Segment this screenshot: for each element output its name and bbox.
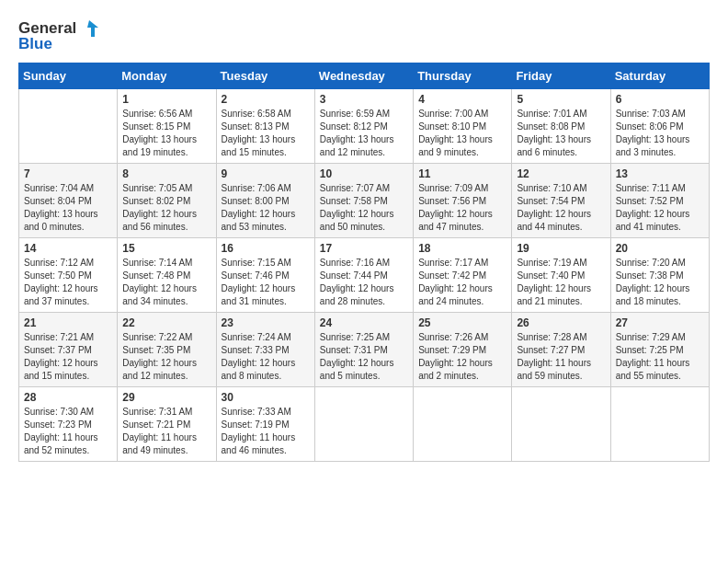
day-header-thursday: Thursday [414,63,512,89]
week-row-1: 1Sunrise: 6:56 AM Sunset: 8:15 PM Daylig… [19,89,710,164]
logo-container: General Blue [18,18,98,53]
logo-blue: Blue [18,35,52,53]
day-number: 27 [616,316,704,329]
day-number: 18 [418,242,506,255]
day-info: Sunrise: 7:21 AM Sunset: 7:37 PM Dayligh… [24,331,112,383]
day-info: Sunrise: 6:56 AM Sunset: 8:15 PM Dayligh… [122,108,210,159]
day-number: 25 [418,316,506,329]
day-cell: 3Sunrise: 6:59 AM Sunset: 8:12 PM Daylig… [314,89,413,164]
day-number: 16 [222,242,310,255]
day-info: Sunrise: 7:28 AM Sunset: 7:27 PM Dayligh… [517,331,605,383]
day-number: 29 [122,391,210,404]
day-info: Sunrise: 7:26 AM Sunset: 7:29 PM Dayligh… [418,331,506,383]
day-number: 2 [222,93,310,106]
day-cell: 22Sunrise: 7:22 AM Sunset: 7:35 PM Dayli… [118,313,216,387]
day-cell: 14Sunrise: 7:12 AM Sunset: 7:50 PM Dayli… [19,238,118,313]
day-number: 8 [122,167,210,180]
day-number: 1 [122,93,210,106]
day-cell: 19Sunrise: 7:19 AM Sunset: 7:40 PM Dayli… [512,238,610,313]
day-number: 24 [320,316,408,329]
day-info: Sunrise: 6:58 AM Sunset: 8:13 PM Dayligh… [222,108,310,159]
day-info: Sunrise: 7:12 AM Sunset: 7:50 PM Dayligh… [24,257,112,308]
day-number: 11 [418,167,506,180]
calendar: SundayMondayTuesdayWednesdayThursdayFrid… [18,63,710,462]
day-number: 5 [517,93,605,106]
day-number: 13 [616,167,704,180]
day-cell: 5Sunrise: 7:01 AM Sunset: 8:08 PM Daylig… [512,89,610,164]
day-cell: 8Sunrise: 7:05 AM Sunset: 8:02 PM Daylig… [118,164,216,238]
day-info: Sunrise: 7:04 AM Sunset: 8:04 PM Dayligh… [24,182,112,234]
day-cell: 7Sunrise: 7:04 AM Sunset: 8:04 PM Daylig… [19,164,118,238]
day-cell: 6Sunrise: 7:03 AM Sunset: 8:06 PM Daylig… [610,89,709,164]
day-number: 19 [517,242,605,255]
day-number: 17 [320,242,408,255]
day-cell: 16Sunrise: 7:15 AM Sunset: 7:46 PM Dayli… [216,238,314,313]
day-number: 15 [122,242,210,255]
day-number: 30 [222,391,310,404]
day-info: Sunrise: 7:00 AM Sunset: 8:10 PM Dayligh… [418,108,506,159]
day-header-monday: Monday [118,63,216,89]
day-cell [314,387,413,462]
svg-marker-0 [87,20,98,37]
day-cell [414,387,512,462]
day-info: Sunrise: 7:03 AM Sunset: 8:06 PM Dayligh… [616,108,704,159]
day-cell: 15Sunrise: 7:14 AM Sunset: 7:48 PM Dayli… [118,238,216,313]
day-cell: 1Sunrise: 6:56 AM Sunset: 8:15 PM Daylig… [118,89,216,164]
day-number: 4 [418,93,506,106]
day-info: Sunrise: 7:17 AM Sunset: 7:42 PM Dayligh… [418,257,506,308]
day-info: Sunrise: 7:14 AM Sunset: 7:48 PM Dayligh… [122,257,210,308]
day-header-tuesday: Tuesday [216,63,314,89]
day-info: Sunrise: 7:33 AM Sunset: 7:19 PM Dayligh… [222,406,310,457]
day-cell: 2Sunrise: 6:58 AM Sunset: 8:13 PM Daylig… [216,89,314,164]
day-cell: 9Sunrise: 7:06 AM Sunset: 8:00 PM Daylig… [216,164,314,238]
day-info: Sunrise: 7:30 AM Sunset: 7:23 PM Dayligh… [24,406,112,457]
day-header-saturday: Saturday [610,63,709,89]
day-number: 10 [320,167,408,180]
week-row-3: 14Sunrise: 7:12 AM Sunset: 7:50 PM Dayli… [19,238,710,313]
day-cell: 11Sunrise: 7:09 AM Sunset: 7:56 PM Dayli… [414,164,512,238]
day-number: 14 [24,242,112,255]
header-row: SundayMondayTuesdayWednesdayThursdayFrid… [19,63,710,89]
day-number: 26 [517,316,605,329]
day-cell [19,89,118,164]
day-info: Sunrise: 7:15 AM Sunset: 7:46 PM Dayligh… [222,257,310,308]
week-row-2: 7Sunrise: 7:04 AM Sunset: 8:04 PM Daylig… [19,164,710,238]
day-header-sunday: Sunday [19,63,118,89]
day-cell: 28Sunrise: 7:30 AM Sunset: 7:23 PM Dayli… [19,387,118,462]
day-cell: 29Sunrise: 7:31 AM Sunset: 7:21 PM Dayli… [118,387,216,462]
day-info: Sunrise: 7:06 AM Sunset: 8:00 PM Dayligh… [222,182,310,234]
day-cell: 20Sunrise: 7:20 AM Sunset: 7:38 PM Dayli… [610,238,709,313]
day-number: 12 [517,167,605,180]
day-info: Sunrise: 7:24 AM Sunset: 7:33 PM Dayligh… [222,331,310,383]
day-cell [610,387,709,462]
day-info: Sunrise: 7:11 AM Sunset: 7:52 PM Dayligh… [616,182,704,234]
day-info: Sunrise: 7:16 AM Sunset: 7:44 PM Dayligh… [320,257,408,308]
day-number: 22 [122,316,210,329]
day-number: 28 [24,391,112,404]
day-info: Sunrise: 7:22 AM Sunset: 7:35 PM Dayligh… [122,331,210,383]
day-cell: 25Sunrise: 7:26 AM Sunset: 7:29 PM Dayli… [414,313,512,387]
day-number: 23 [222,316,310,329]
week-row-4: 21Sunrise: 7:21 AM Sunset: 7:37 PM Dayli… [19,313,710,387]
day-number: 3 [320,93,408,106]
logo: General Blue [18,18,98,53]
day-info: Sunrise: 7:05 AM Sunset: 8:02 PM Dayligh… [122,182,210,234]
week-row-5: 28Sunrise: 7:30 AM Sunset: 7:23 PM Dayli… [19,387,710,462]
day-cell: 24Sunrise: 7:25 AM Sunset: 7:31 PM Dayli… [314,313,413,387]
day-cell: 12Sunrise: 7:10 AM Sunset: 7:54 PM Dayli… [512,164,610,238]
day-number: 6 [616,93,704,106]
day-info: Sunrise: 7:31 AM Sunset: 7:21 PM Dayligh… [122,406,210,457]
day-info: Sunrise: 7:25 AM Sunset: 7:31 PM Dayligh… [320,331,408,383]
day-number: 9 [222,167,310,180]
day-cell: 30Sunrise: 7:33 AM Sunset: 7:19 PM Dayli… [216,387,314,462]
day-cell [512,387,610,462]
day-number: 7 [24,167,112,180]
day-info: Sunrise: 7:29 AM Sunset: 7:25 PM Dayligh… [616,331,704,383]
day-info: Sunrise: 7:01 AM Sunset: 8:08 PM Dayligh… [517,108,605,159]
day-info: Sunrise: 6:59 AM Sunset: 8:12 PM Dayligh… [320,108,408,159]
day-info: Sunrise: 7:09 AM Sunset: 7:56 PM Dayligh… [418,182,506,234]
logo-bird-icon [78,18,98,39]
day-number: 20 [616,242,704,255]
day-cell: 10Sunrise: 7:07 AM Sunset: 7:58 PM Dayli… [314,164,413,238]
day-cell: 18Sunrise: 7:17 AM Sunset: 7:42 PM Dayli… [414,238,512,313]
